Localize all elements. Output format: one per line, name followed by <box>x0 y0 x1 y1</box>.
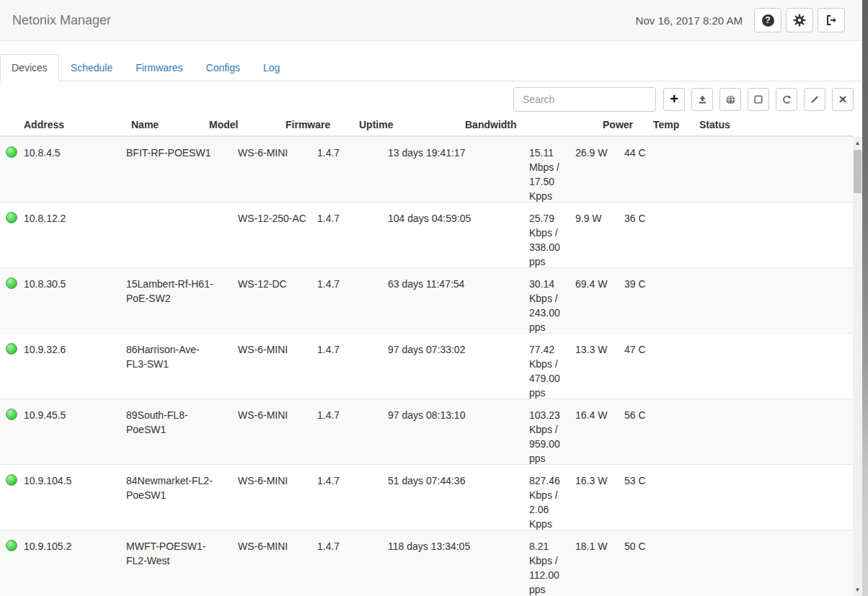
web-browse-button[interactable] <box>719 88 741 111</box>
device-address: 10.9.45.5 <box>24 399 126 464</box>
scroll-up-button[interactable]: ▲ <box>853 137 862 149</box>
refresh-button[interactable] <box>776 88 797 111</box>
device-bandwidth: 15.11 Mbps / 17.50 Kpps <box>529 137 575 202</box>
edit-button[interactable] <box>804 88 825 111</box>
device-power: 13.3 W <box>575 334 624 399</box>
device-name: MWFT-POESW1-FL2-West <box>126 530 238 595</box>
table-scrollbar[interactable]: ▲ ▼ <box>853 137 862 596</box>
column-header-temp[interactable]: Temp <box>653 119 679 130</box>
tab-schedule[interactable]: Schedule <box>59 54 124 81</box>
device-firmware: 1.4.7 <box>317 137 388 202</box>
tab-configs[interactable]: Configs <box>195 54 252 81</box>
device-power: 16.3 W <box>575 465 624 530</box>
status-online-icon <box>6 212 17 223</box>
device-firmware: 1.4.7 <box>317 203 388 267</box>
device-model: WS-12-DC <box>238 268 317 333</box>
device-temp: 36 C <box>624 203 678 267</box>
device-address: 10.9.104.5 <box>24 465 126 530</box>
device-bandwidth: 77.42 Kbps / 479.00 pps <box>529 334 575 399</box>
device-status <box>678 203 853 267</box>
device-model: WS-6-MINI <box>238 399 317 464</box>
device-bandwidth: 8.21 Kbps / 112.00 pps <box>529 530 575 595</box>
plus-icon: + <box>670 92 678 106</box>
device-power: 18.1 W <box>575 530 624 595</box>
status-online-icon <box>6 409 17 420</box>
device-model: WS-6-MINI <box>238 530 317 595</box>
pencil-icon <box>810 94 820 104</box>
window-scrollbar[interactable] <box>862 0 868 596</box>
device-temp: 44 C <box>624 137 678 202</box>
tab-firmwares[interactable]: Firmwares <box>124 54 194 81</box>
settings-button[interactable] <box>786 8 813 32</box>
device-name: 89South-FL8-PoeSW1 <box>126 399 238 464</box>
scroll-down-button[interactable]: ▼ <box>853 584 862 596</box>
device-status <box>678 137 853 202</box>
search-input[interactable] <box>513 87 656 112</box>
device-row[interactable]: 10.9.45.5 89South-FL8-PoeSW1 WS-6-MINI 1… <box>0 399 853 464</box>
device-bandwidth: 103.23 Kbps / 959.00 pps <box>529 399 575 464</box>
triangle-up-icon: ▲ <box>855 140 861 146</box>
device-uptime: 104 days 04:59:05 <box>388 203 529 267</box>
add-device-button[interactable]: + <box>663 88 685 111</box>
device-firmware: 1.4.7 <box>317 465 388 530</box>
device-name: BFIT-RF-POESW1 <box>126 137 238 202</box>
device-bandwidth: 827.46 Kbps / 2.06 Kpps <box>529 465 575 530</box>
app-header: Netonix Manager Nov 16, 2017 8:20 AM ? <box>0 0 862 41</box>
column-header-power[interactable]: Power <box>603 119 633 130</box>
remove-button[interactable]: × <box>832 88 854 111</box>
device-temp: 53 C <box>624 465 678 530</box>
device-model: WS-6-MINI <box>238 334 317 399</box>
column-header-name[interactable]: Name <box>131 119 159 130</box>
device-row[interactable]: 10.8.12.2 WS-12-250-AC 1.4.7 104 days 04… <box>0 202 853 267</box>
app-title: Netonix Manager <box>12 13 111 28</box>
device-status <box>678 465 853 530</box>
status-online-icon <box>6 343 17 355</box>
column-header-bandwidth[interactable]: Bandwidth <box>465 119 517 130</box>
device-name: 15Lambert-Rf-H61-PoE-SW2 <box>126 268 238 333</box>
device-firmware: 1.4.7 <box>317 399 388 464</box>
device-name: 86Harrison-Ave-FL3-SW1 <box>126 334 238 399</box>
upload-icon <box>697 94 708 105</box>
status-online-icon <box>6 146 17 158</box>
device-row[interactable]: 10.9.105.2 MWFT-POESW1-FL2-West WS-6-MIN… <box>0 530 853 595</box>
header-datetime: Nov 16, 2017 8:20 AM <box>636 14 743 27</box>
device-status <box>678 334 853 399</box>
triangle-down-icon: ▼ <box>855 587 861 593</box>
device-address: 10.8.12.2 <box>24 203 126 267</box>
logout-button[interactable] <box>818 8 845 32</box>
upload-button[interactable] <box>691 88 713 111</box>
sign-out-icon <box>825 14 838 26</box>
device-row[interactable]: 10.9.32.6 86Harrison-Ave-FL3-SW1 WS-6-MI… <box>0 333 853 399</box>
status-online-icon <box>6 540 17 551</box>
device-table-body: 10.8.4.5 BFIT-RF-POESW1 WS-6-MINI 1.4.7 … <box>0 137 853 596</box>
device-bandwidth: 30.14 Kbps / 243.00 pps <box>529 268 575 333</box>
device-row[interactable]: 10.8.4.5 BFIT-RF-POESW1 WS-6-MINI 1.4.7 … <box>0 137 853 202</box>
device-model: WS-6-MINI <box>238 465 317 530</box>
gear-icon <box>793 14 806 27</box>
device-uptime: 51 days 07:44:36 <box>388 465 529 530</box>
device-uptime: 13 days 19:41:17 <box>388 137 529 202</box>
tab-log[interactable]: Log <box>252 54 291 81</box>
device-row[interactable]: 10.9.104.5 84Newmarket-FL2-PoeSW1 WS-6-M… <box>0 464 853 530</box>
app-window: Netonix Manager Nov 16, 2017 8:20 AM ? <box>0 0 868 596</box>
select-all-button[interactable] <box>748 88 769 111</box>
square-icon <box>753 94 763 104</box>
device-firmware: 1.4.7 <box>317 268 388 333</box>
table-scrollbar-thumb[interactable] <box>854 150 862 193</box>
device-row[interactable]: 10.8.30.5 15Lambert-Rf-H61-PoE-SW2 WS-12… <box>0 267 853 333</box>
device-uptime: 118 days 13:34:05 <box>388 530 529 595</box>
column-header-model[interactable]: Model <box>209 119 238 130</box>
device-firmware: 1.4.7 <box>317 530 388 595</box>
x-icon: × <box>838 92 846 106</box>
column-header-uptime[interactable]: Uptime <box>359 119 393 130</box>
tab-devices[interactable]: Devices <box>0 54 59 81</box>
column-header-firmware[interactable]: Firmware <box>285 119 330 130</box>
help-button[interactable]: ? <box>754 8 781 32</box>
refresh-icon <box>781 94 792 105</box>
device-address: 10.8.4.5 <box>24 137 126 202</box>
column-header-address[interactable]: Address <box>24 119 64 130</box>
column-header-status[interactable]: Status <box>699 119 730 130</box>
device-name <box>126 203 238 267</box>
status-online-icon <box>6 277 17 289</box>
device-power: 9.9 W <box>575 203 624 267</box>
